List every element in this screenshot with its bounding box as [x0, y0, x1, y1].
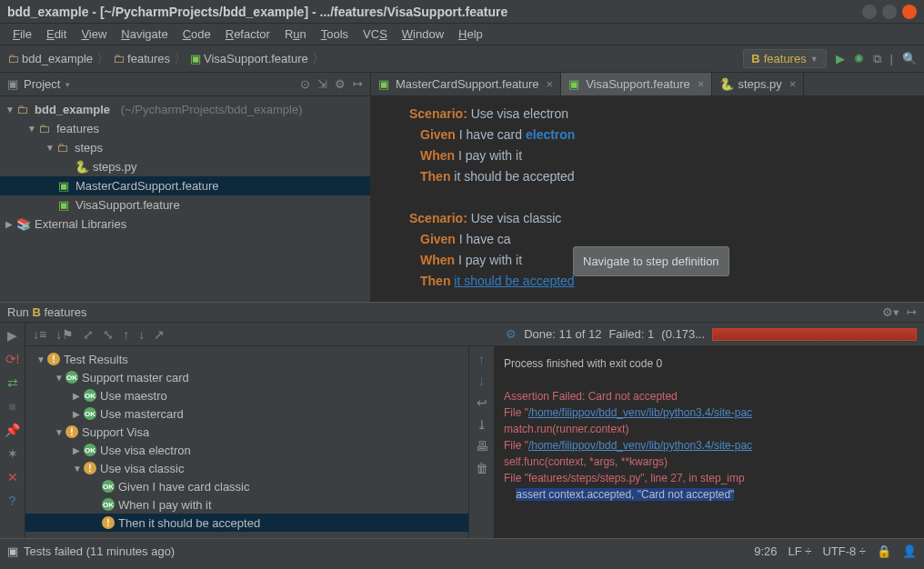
softwrap-icon[interactable]: ↩ — [477, 395, 487, 410]
bc-file[interactable]: ▣VisaSupport.feature — [190, 52, 308, 65]
test-v1[interactable]: ▶OKUse visa electron — [25, 441, 468, 459]
menu-file[interactable]: File — [7, 25, 37, 43]
warn-icon: ! — [84, 462, 96, 474]
test-suite-visa[interactable]: ▼!Support Visa — [25, 423, 468, 441]
next-icon[interactable]: ↓ — [138, 327, 145, 342]
menu-view[interactable]: View — [75, 25, 112, 43]
menu-tools[interactable]: Tools — [316, 25, 354, 43]
close-icon[interactable]: × — [789, 77, 797, 91]
lock-icon[interactable]: 🔒 — [877, 544, 891, 558]
test-suite-mc[interactable]: ▼OKSupport master card — [25, 368, 468, 386]
scroll-icon[interactable]: ⤓ — [477, 417, 487, 432]
test-step-3[interactable]: !Then it should be accepted — [25, 514, 468, 532]
hide-icon[interactable]: ↦ — [907, 305, 917, 319]
menu-refactor[interactable]: Refactor — [220, 25, 276, 43]
tooltip-navigate: Navigate to step definition — [573, 246, 729, 276]
coverage-button[interactable]: ⧉ — [873, 52, 881, 66]
chevron-down-icon: ▼ — [45, 143, 56, 153]
step-link[interactable]: it should be accepted — [454, 274, 574, 288]
sort-icon[interactable]: ↓≡ — [33, 327, 46, 342]
scroll-target-icon[interactable]: ⊙ — [300, 77, 310, 91]
expand-icon[interactable]: ⤢ — [83, 327, 94, 342]
export-icon[interactable]: ↗ — [154, 327, 165, 342]
settings-button[interactable]: ✶ — [7, 446, 18, 461]
tree-ext-libs[interactable]: ▶ 📚External Libraries — [0, 215, 370, 234]
help-button[interactable]: ? — [9, 494, 16, 508]
console[interactable]: Process finished with exit code 0 Assert… — [495, 346, 924, 538]
minimize-button[interactable] — [862, 5, 877, 19]
chevron-down-icon: ▼ — [73, 464, 84, 474]
tab-steps[interactable]: 🐍steps.py× — [712, 73, 804, 95]
menu-run[interactable]: Run — [279, 25, 312, 43]
run-content: ↓≡ ↓⚑ ⤢ ⤡ ↑ ↓ ↗ ⚙ Done: 11 of 12 Failed:… — [25, 323, 924, 538]
collapse-icon[interactable]: ⇲ — [317, 77, 327, 91]
keyword-then: Then — [420, 169, 450, 184]
test-mc1[interactable]: ▶OKUse maestro — [25, 386, 468, 404]
behave-icon: B — [751, 52, 759, 65]
pin-button[interactable]: 📌 — [5, 423, 20, 437]
tree-stepspy[interactable]: 🐍steps.py — [0, 157, 370, 176]
menu-code[interactable]: Code — [177, 25, 216, 43]
down-icon[interactable]: ↓ — [478, 374, 485, 388]
filter-icon[interactable]: ↓⚑ — [55, 327, 74, 342]
progress-bar — [712, 328, 917, 341]
close-button[interactable]: ✕ — [7, 470, 18, 484]
stop-button[interactable]: ■ — [8, 399, 15, 414]
menu-navigate[interactable]: Navigate — [116, 25, 173, 43]
hide-icon[interactable]: ↦ — [353, 77, 363, 91]
run-config-dropdown[interactable]: B features ▼ — [743, 49, 826, 68]
project-panel-title[interactable]: ▣ Project ▾ — [7, 77, 300, 91]
tree-visa[interactable]: ▣VisaSupport.feature — [0, 195, 370, 215]
test-root[interactable]: ▼!Test Results — [25, 350, 468, 368]
tab-mastercard[interactable]: ▣MasterCardSupport.feature× — [371, 73, 561, 95]
keyword-scenario: Scenario: — [409, 211, 467, 225]
tree-mastercard[interactable]: ▣MasterCardSupport.feature — [0, 176, 370, 195]
chevron-right-icon: ▶ — [73, 445, 84, 455]
python-icon: 🐍 — [75, 160, 89, 174]
cursor-position[interactable]: 9:26 — [754, 544, 777, 558]
close-icon[interactable]: × — [698, 77, 705, 91]
debug-button[interactable]: ✺ — [854, 52, 864, 65]
menu-vcs[interactable]: VCS — [357, 25, 393, 43]
tree-root[interactable]: ▼ 🗀bdd_example (~/PycharmProjects/bdd_ex… — [0, 100, 370, 119]
test-step-2[interactable]: OKWhen I pay with it — [25, 495, 468, 514]
chevron-down-icon: ▼ — [55, 427, 65, 437]
test-mc2[interactable]: ▶OKUse mastercard — [25, 404, 468, 423]
collapse-icon[interactable]: ⤡ — [103, 327, 114, 342]
chevron-down-icon: ▾ — [65, 80, 70, 89]
gear-icon[interactable]: ⚙ — [335, 77, 346, 91]
run-status: ⚙ Done: 11 of 12 Failed: 1 (0.173... — [506, 327, 917, 341]
prev-icon[interactable]: ↑ — [123, 327, 129, 342]
hector-icon[interactable]: 👤 — [902, 544, 917, 558]
search-button[interactable]: 🔍 — [902, 52, 917, 65]
test-step-1[interactable]: OKGiven I have card classic — [25, 477, 468, 495]
up-icon[interactable]: ↑ — [478, 352, 485, 366]
code-area[interactable]: Scenario: Use visa electron Given I have… — [371, 96, 924, 302]
toggle-autotest-button[interactable]: ⇄ — [7, 375, 18, 390]
tab-visa[interactable]: ▣VisaSupport.feature× — [561, 73, 712, 95]
print-icon[interactable]: 🖶 — [476, 439, 488, 454]
close-icon[interactable]: × — [547, 77, 554, 91]
bc-features[interactable]: 🗀features — [113, 52, 170, 65]
close-button[interactable] — [902, 5, 917, 19]
file-link[interactable]: /home/filippov/bdd_venv/lib/python3.4/si… — [528, 406, 752, 419]
menu-edit[interactable]: Edit — [41, 25, 72, 43]
clear-icon[interactable]: 🗑 — [476, 461, 488, 475]
encoding[interactable]: UTF-8 ÷ — [822, 544, 866, 558]
rerun-button[interactable]: ▶ — [7, 328, 17, 343]
rerun-failed-button[interactable]: ⟳! — [5, 352, 20, 366]
bc-root[interactable]: 🗀bdd_example — [7, 52, 93, 65]
line-separator[interactable]: LF ÷ — [788, 544, 811, 558]
maximize-button[interactable] — [882, 5, 897, 19]
file-link[interactable]: /home/filippov/bdd_venv/lib/python3.4/si… — [528, 439, 752, 452]
console-line: match.run(runner.context) — [504, 421, 915, 437]
tree-steps[interactable]: ▼ 🗀steps — [0, 138, 370, 157]
menu-window[interactable]: Window — [397, 25, 449, 43]
nav-bar: 🗀bdd_example 〉 🗀features 〉 ▣VisaSupport.… — [0, 45, 924, 73]
run-button[interactable]: ▶ — [836, 52, 845, 65]
test-v2[interactable]: ▼!Use visa classic — [25, 459, 468, 477]
menu-help[interactable]: Help — [453, 25, 488, 43]
tree-features[interactable]: ▼ 🗀features — [0, 119, 370, 138]
gear-icon[interactable]: ⚙▾ — [882, 305, 899, 319]
run-left-toolbar: ▶ ⟳! ⇄ ■ 📌 ✶ ✕ ? — [0, 323, 25, 538]
